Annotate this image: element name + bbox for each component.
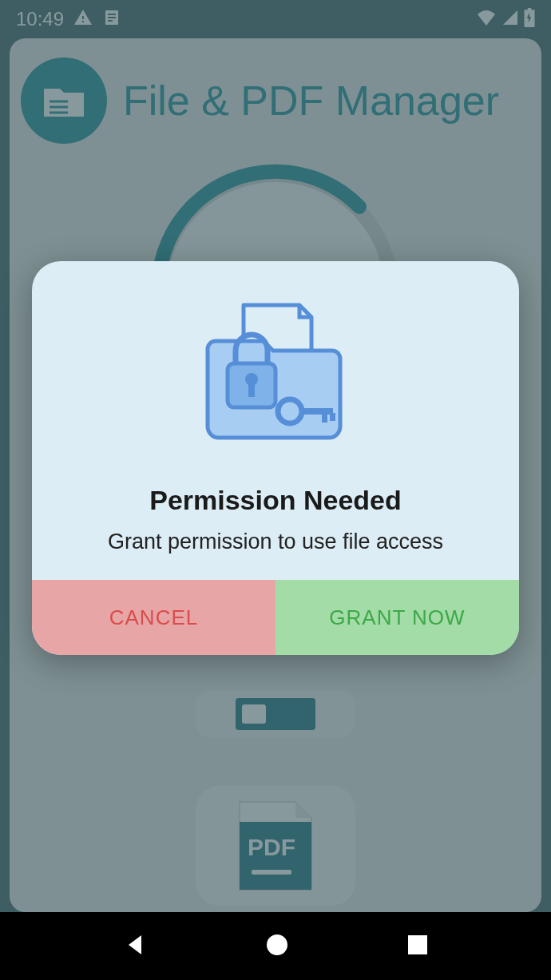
lock-folder-icon [196, 293, 355, 453]
svg-rect-22 [322, 413, 327, 423]
back-button[interactable] [122, 932, 148, 961]
svg-point-24 [267, 934, 287, 955]
grant-button[interactable]: GRANT NOW [276, 580, 519, 655]
svg-rect-25 [408, 935, 427, 954]
recent-apps-button[interactable] [406, 934, 429, 959]
dialog-buttons: CANCEL GRANT NOW [32, 580, 519, 655]
cancel-button[interactable]: CANCEL [32, 580, 276, 655]
svg-rect-23 [330, 413, 335, 421]
permission-dialog: Permission Needed Grant permission to us… [32, 261, 519, 655]
dialog-message: Grant permission to use file access [56, 527, 495, 556]
svg-rect-19 [248, 383, 255, 397]
navigation-bar [0, 912, 551, 980]
dialog-body: Permission Needed Grant permission to us… [32, 261, 519, 580]
svg-rect-21 [299, 408, 333, 415]
home-button[interactable] [265, 933, 289, 960]
dialog-title: Permission Needed [56, 485, 495, 516]
